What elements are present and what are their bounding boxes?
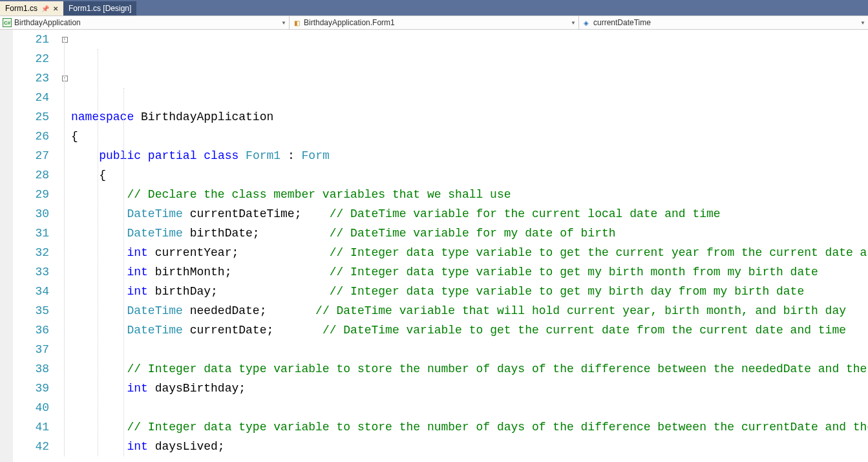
fold-toggle-icon[interactable]: - (62, 37, 68, 43)
field-icon: ◈ (582, 18, 591, 27)
code-line[interactable]: { (70, 127, 868, 146)
tab-form1-cs[interactable]: Form1.cs 📌 ✕ (0, 1, 63, 16)
line-number: 25 (13, 107, 49, 127)
chevron-down-icon: ▼ (571, 20, 576, 26)
code-line[interactable] (70, 456, 868, 462)
line-number: 39 (13, 379, 49, 398)
fold-cell (59, 320, 70, 340)
nav-project-dropdown[interactable]: C# BirthdayApplication ▼ (0, 16, 290, 29)
tab-label: Form1.cs [Design] (69, 4, 131, 13)
code-line[interactable]: // Integer data type variable to store t… (70, 359, 868, 379)
fold-cell (59, 107, 70, 127)
class-icon: ◧ (292, 18, 301, 27)
fold-cell (59, 243, 70, 262)
csharp-project-icon: C# (3, 18, 12, 27)
line-number: 32 (13, 243, 49, 262)
line-number: 34 (13, 282, 49, 301)
pin-icon[interactable]: 📌 (41, 5, 49, 12)
fold-cell (59, 262, 70, 282)
code-line[interactable]: namespace BirthdayApplication (70, 107, 868, 127)
code-line[interactable]: public partial class Form1 : Form (70, 146, 868, 165)
line-number: 26 (13, 127, 49, 146)
fold-cell (59, 340, 70, 359)
fold-cell (59, 282, 70, 301)
fold-cell (59, 88, 70, 107)
code-line[interactable] (70, 398, 868, 417)
fold-cell: - (59, 68, 70, 88)
line-number-gutter: 2122232425262728293031323334353637383940… (13, 30, 59, 462)
fold-cell (59, 127, 70, 146)
nav-member-dropdown[interactable]: ◈ currentDateTime ▼ (579, 16, 868, 29)
fold-cell (59, 224, 70, 243)
line-number: 38 (13, 359, 49, 379)
fold-cell (59, 398, 70, 417)
code-line[interactable]: int currentYear; // Integer data type va… (70, 243, 868, 262)
fold-cell (59, 359, 70, 379)
fold-cell (59, 146, 70, 165)
code-line[interactable] (70, 340, 868, 359)
line-number: 37 (13, 340, 49, 359)
line-number: 27 (13, 146, 49, 165)
line-number: 41 (13, 417, 49, 437)
fold-toggle-icon[interactable]: - (62, 76, 68, 81)
line-number: 21 (13, 30, 49, 49)
code-line[interactable]: DateTime neededDate; // DateTime variabl… (70, 301, 868, 320)
tab-label: Form1.cs (5, 4, 37, 13)
nav-member-label: currentDateTime (593, 18, 651, 27)
code-line[interactable]: int birthMonth; // Integer data type var… (70, 262, 868, 282)
nav-class-dropdown[interactable]: ◧ BirthdayApplication.Form1 ▼ (290, 16, 579, 29)
code-line[interactable]: int daysLived; (70, 437, 868, 456)
code-line[interactable]: // Declare the class member variables th… (70, 185, 868, 204)
line-number: 22 (13, 49, 49, 68)
line-number: 31 (13, 224, 49, 243)
nav-class-label: BirthdayApplication.Form1 (304, 18, 395, 27)
fold-cell (59, 165, 70, 185)
code-line[interactable]: DateTime currentDate; // DateTime variab… (70, 320, 868, 340)
fold-cell (59, 417, 70, 437)
line-number: 23 (13, 68, 49, 88)
chevron-down-icon: ▼ (860, 20, 865, 26)
code-text-area[interactable]: namespace BirthdayApplication{ public pa… (70, 30, 868, 462)
line-number: 28 (13, 165, 49, 185)
code-line[interactable]: { (70, 165, 868, 185)
line-number: 29 (13, 185, 49, 204)
line-number: 30 (13, 204, 49, 224)
fold-cell (59, 301, 70, 320)
tab-form1-design[interactable]: Form1.cs [Design] (63, 1, 136, 16)
code-nav-bar: C# BirthdayApplication ▼ ◧ BirthdayAppli… (0, 16, 868, 30)
fold-cell: - (59, 30, 70, 49)
code-line[interactable]: DateTime birthDate; // DateTime variable… (70, 224, 868, 243)
line-number: 40 (13, 398, 49, 417)
code-line[interactable]: // Integer data type variable to store t… (70, 417, 868, 437)
chevron-down-icon: ▼ (281, 20, 286, 26)
code-line[interactable]: int birthDay; // Integer data type varia… (70, 282, 868, 301)
code-line[interactable]: DateTime currentDateTime; // DateTime va… (70, 204, 868, 224)
fold-cell (59, 379, 70, 398)
nav-project-label: BirthdayApplication (14, 18, 81, 27)
line-number: 36 (13, 320, 49, 340)
close-icon[interactable]: ✕ (53, 5, 58, 12)
line-number: 35 (13, 301, 49, 320)
fold-cell (59, 204, 70, 224)
fold-cell (59, 185, 70, 204)
editor-margin (0, 30, 13, 462)
code-line[interactable]: int daysBirthday; (70, 379, 868, 398)
line-number: 24 (13, 88, 49, 107)
code-editor[interactable]: 2122232425262728293031323334353637383940… (0, 30, 868, 462)
fold-cell (59, 437, 70, 456)
line-number: 42 (13, 437, 49, 456)
fold-cell (59, 49, 70, 68)
line-number: 33 (13, 262, 49, 282)
fold-gutter: -- (59, 30, 70, 462)
tab-strip: Form1.cs 📌 ✕ Form1.cs [Design] (0, 0, 868, 16)
